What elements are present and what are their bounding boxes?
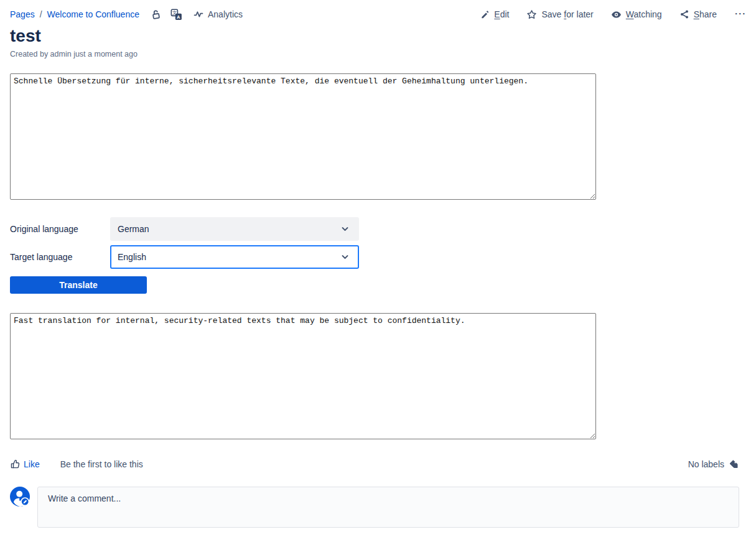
original-language-select[interactable]: German bbox=[110, 217, 359, 241]
page-actions: Edit Save for later Watching bbox=[480, 7, 746, 22]
source-text-area[interactable]: Schnelle Übersetzung für interne, sicher… bbox=[10, 73, 596, 200]
translate-button[interactable]: Translate bbox=[10, 276, 147, 294]
result-text-area[interactable]: Fast translation for internal, security-… bbox=[10, 313, 596, 439]
tag-icon bbox=[729, 459, 739, 469]
share-icon bbox=[679, 9, 689, 19]
thumbs-up-icon bbox=[10, 459, 21, 469]
like-hint: Be the first to like this bbox=[60, 459, 143, 469]
byline: Created by admin just a moment ago bbox=[10, 50, 746, 58]
avatar[interactable] bbox=[10, 487, 30, 507]
like-button[interactable]: Like bbox=[10, 459, 40, 469]
original-language-label: Original language bbox=[10, 224, 110, 234]
comment-input[interactable]: Write a comment... bbox=[37, 487, 739, 528]
target-language-select[interactable]: English bbox=[110, 245, 359, 269]
edit-button[interactable]: Edit bbox=[480, 9, 509, 19]
star-icon bbox=[526, 9, 537, 20]
language-form: Original language German Target language… bbox=[10, 217, 746, 269]
analytics-label: Analytics bbox=[208, 9, 243, 19]
share-button[interactable]: Share bbox=[679, 9, 717, 19]
chevron-down-icon bbox=[342, 255, 348, 259]
like-label: Like bbox=[24, 459, 40, 469]
page-content: Schnelle Übersetzung für interne, sicher… bbox=[0, 73, 756, 439]
labels-text: No labels bbox=[688, 459, 724, 469]
original-language-value: German bbox=[118, 224, 149, 234]
svg-text:A: A bbox=[177, 14, 180, 19]
unlock-icon[interactable] bbox=[151, 9, 161, 20]
chevron-down-icon bbox=[342, 227, 348, 231]
target-language-value: English bbox=[118, 252, 146, 262]
more-actions-icon[interactable]: ⋯ bbox=[734, 7, 746, 22]
analytics-icon bbox=[194, 9, 203, 19]
breadcrumb-separator: / bbox=[40, 9, 42, 19]
labels-button[interactable]: No labels bbox=[688, 459, 739, 469]
page-footer-meta: Like Be the first to like this No labels bbox=[0, 459, 756, 469]
save-for-later-button[interactable]: Save for later bbox=[526, 9, 593, 20]
eye-icon bbox=[611, 9, 622, 20]
comment-placeholder: Write a comment... bbox=[48, 493, 121, 503]
breadcrumb: Pages / Welcome to Confluence 文 A bbox=[10, 9, 243, 21]
breadcrumb-pages-link[interactable]: Pages bbox=[10, 9, 35, 19]
comment-section: Write a comment... bbox=[0, 487, 756, 528]
pencil-icon bbox=[480, 10, 490, 19]
page-header: Pages / Welcome to Confluence 文 A bbox=[0, 0, 756, 21]
page-title: test bbox=[10, 26, 746, 46]
watching-button[interactable]: Watching bbox=[611, 9, 662, 20]
analytics-button[interactable]: Analytics bbox=[194, 9, 243, 19]
breadcrumb-space-link[interactable]: Welcome to Confluence bbox=[47, 9, 139, 19]
translate-icon[interactable]: 文 A bbox=[170, 9, 182, 21]
target-language-label: Target language bbox=[10, 252, 110, 262]
